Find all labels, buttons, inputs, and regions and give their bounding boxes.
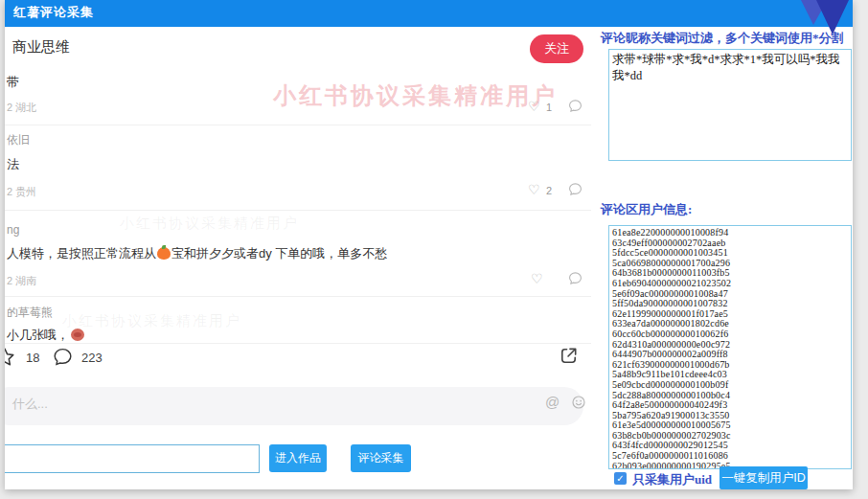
like-icon[interactable]: ♡ [528, 100, 540, 113]
share-icon[interactable] [558, 345, 580, 367]
work-url-input[interactable] [5, 444, 260, 473]
comment-input[interactable] [5, 387, 583, 425]
reply-icon[interactable] [568, 99, 582, 113]
bear-emoji [71, 329, 84, 341]
comment-text: 法 [7, 156, 19, 173]
follow-button[interactable]: 关注 [530, 34, 583, 63]
screen: 红薯评论采集 小红书协议采集精准用户 小红书协议采集精准用户 小红书协议采集精准… [0, 0, 868, 499]
divider [5, 125, 591, 125]
comment-feed-panel: 小红书协议采集精准用户 小红书协议采集精准用户 小红书协议采集精准用户 商业思维… [5, 27, 592, 489]
divider [5, 296, 591, 297]
note-title: 商业思维 [12, 38, 70, 57]
title-bar: 红薯评论采集 [5, 0, 853, 27]
like-count: 2 [546, 185, 552, 196]
comment-text: 小几张哦， [7, 327, 86, 344]
copy-user-ids-button[interactable]: 一键复制用户ID [720, 466, 808, 489]
divider [5, 210, 591, 211]
comment-user[interactable]: 依旧 [7, 132, 30, 148]
uid-only-checkbox-label: 只采集用户uid [632, 471, 712, 488]
app-window: 红薯评论采集 小红书协议采集精准用户 小红书协议采集精准用户 小红书协议采集精准… [5, 0, 853, 489]
app-title: 红薯评论采集 [13, 4, 94, 21]
comment-meta: 2 湖北 [7, 101, 36, 115]
mention-at-icon[interactable]: @ [545, 394, 560, 410]
like-icon[interactable]: ♡ [531, 272, 543, 285]
comment-input-placeholder: 什么... [12, 396, 48, 413]
collect-comments-button[interactable]: 评论采集 [351, 444, 411, 472]
like-icon[interactable]: ♡ [528, 183, 540, 196]
comment-bubble-icon[interactable] [53, 347, 73, 367]
divider [5, 343, 591, 344]
comment-user[interactable]: ng [7, 223, 19, 237]
enter-work-button[interactable]: 进入作品 [269, 444, 327, 472]
user-info-label: 评论区用户信息: [601, 201, 692, 218]
watermark-faint: 小红书协议采集精准用户 [62, 312, 241, 330]
peach-emoji [157, 247, 171, 260]
reply-icon[interactable] [568, 182, 582, 196]
emoji-smiley-icon[interactable] [571, 395, 586, 410]
comment-meta: 2 湖南 [7, 274, 36, 288]
comment-count: 223 [81, 351, 103, 365]
keyword-filter-label: 评论昵称关键词过滤，多个关键词使用*分割 [601, 30, 844, 47]
collect-star-icon[interactable] [5, 347, 15, 368]
keyword-filter-textarea[interactable]: 求带*球带*求*我*d*求求*1*我可以吗*我我我*dd [608, 49, 852, 161]
comment-text: 人模特，是按照正常流程从宝和拼夕夕或者dy 下单的哦，单多不愁 [7, 245, 387, 262]
watermark-faint: 小红书协议采集精准用户 [120, 215, 299, 233]
comment-user[interactable]: 的草莓熊 [7, 305, 53, 321]
comment-text: 带 [7, 74, 19, 91]
user-id-listbox[interactable]: 61ea8e220000000010008f94 63c49eff0000000… [608, 225, 852, 469]
watermark: 小红书协议采集精准用户 [273, 80, 558, 111]
reply-icon[interactable] [568, 271, 582, 285]
collect-count: 18 [26, 351, 39, 365]
uid-only-checkbox[interactable]: ✓ [614, 472, 627, 485]
like-count: 1 [546, 102, 552, 113]
comment-meta: 2 贵州 [7, 185, 36, 199]
